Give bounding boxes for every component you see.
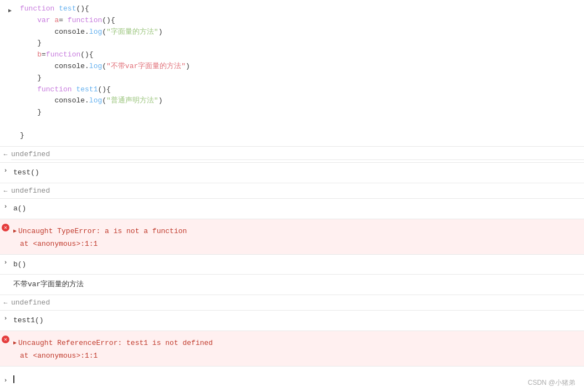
left-arrow-3: ← [0,297,11,306]
code-line: } [20,73,190,84]
console-row-undefined-1: ← undefined [0,147,584,163]
error-content-test1: ▶ Uncaught ReferenceError: test1 is not … [11,333,584,364]
code-line: } [20,38,190,49]
error-message-a: Uncaught TypeError: a is not a function [18,226,187,237]
left-arrow: ← [0,149,11,158]
console-row-test1-input: › test1() [0,311,584,331]
error-location-test1: at <anonymous>:1:1 [13,350,584,362]
console-row-error-a: ✕ ▶ Uncaught TypeError: a is not a funct… [0,219,584,255]
input-test: test() [11,165,584,180]
console-row-undefined-2: ← undefined [0,183,584,199]
code-block: ▶ function test(){ var a= function(){ co… [0,0,584,147]
code-line: function test1(){ [20,84,190,96]
error-message-test1: Uncaught ReferenceError: test1 is not de… [18,338,213,349]
right-arrow: › [0,165,11,174]
input-prompt: › [0,375,11,384]
error-content-a: ▶ Uncaught TypeError: a is not a functio… [11,221,584,252]
code-line: var a= function(){ [20,15,190,27]
input-a: a() [11,201,584,216]
console-row-test-input: › test() [0,163,584,183]
left-arrow-2: ← [0,185,11,194]
code-line: console.log("普通声明方法") [20,95,190,107]
console-row-b-input: › b() [0,255,584,275]
output-undefined-2: undefined [11,185,584,197]
watermark: CSDN @小猪弟 [527,378,575,388]
error-circle: ✕ [2,224,9,231]
error-expand-a[interactable]: ▶ Uncaught TypeError: a is not a functio… [13,224,584,239]
error-icon-a: ✕ [0,221,11,231]
console-container: ▶ function test(){ var a= function(){ co… [0,0,584,392]
code-line: b=function(){ [20,49,190,61]
right-arrow-test1: › [0,313,11,322]
empty-prefix [0,277,11,279]
code-line: } [20,107,190,118]
tri-right-icon: ▶ [13,226,17,235]
output-undefined-1: undefined [11,149,584,161]
code-line: console.log("不带var字面量的方法") [20,61,190,73]
console-row-undefined-3: ← undefined [0,295,584,311]
text-cursor [13,375,14,383]
error-circle-test1: ✕ [2,336,9,343]
console-row-a-input: › a() [0,199,584,219]
code-line: console.log("字面量的方法") [20,27,190,38]
input-b: b() [11,257,584,272]
console-bottom-input[interactable]: › [0,367,584,392]
console-row-error-test1: ✕ ▶ Uncaught ReferenceError: test1 is no… [0,331,584,367]
right-arrow-a: › [0,201,11,210]
error-location-a: at <anonymous>:1:1 [13,239,584,250]
error-expand-test1[interactable]: ▶ Uncaught ReferenceError: test1 is not … [13,336,584,351]
code-line: } [20,130,190,142]
code-line: function test(){ [20,3,190,15]
right-arrow-b: › [0,257,11,266]
input-field[interactable] [11,372,584,387]
tri-right-icon-test1: ▶ [13,338,17,347]
output-b-print: 不带var字面量的方法 [11,277,584,292]
console-row-b-output: 不带var字面量的方法 [0,275,584,295]
input-test1: test1() [11,313,584,328]
error-icon-test1: ✕ [0,333,11,343]
expand-arrow[interactable]: ▶ [4,3,16,16]
code-line [20,118,190,130]
output-undefined-3: undefined [11,297,584,308]
